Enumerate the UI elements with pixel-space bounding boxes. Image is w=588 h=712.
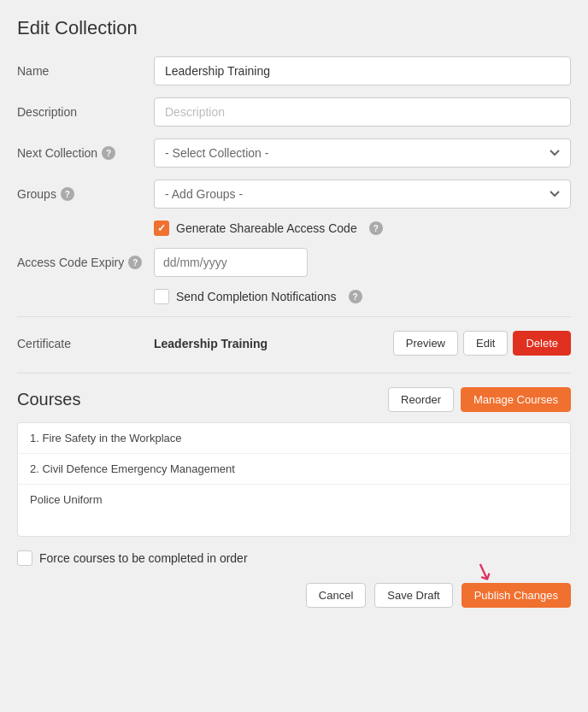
courses-list: 1. Fire Safety in the Workplace 2. Civil… bbox=[17, 422, 571, 537]
next-collection-label: Next Collection ? bbox=[17, 146, 154, 160]
groups-help-icon[interactable]: ? bbox=[61, 187, 74, 201]
groups-select[interactable]: - Add Groups - bbox=[154, 179, 571, 209]
course-item: 1. Fire Safety in the Workplace bbox=[18, 423, 570, 454]
access-code-help-icon[interactable]: ? bbox=[369, 221, 383, 235]
groups-row: Groups ? - Add Groups - bbox=[17, 179, 571, 209]
generate-access-code-row: Generate Shareable Access Code ? bbox=[17, 221, 571, 236]
name-label: Name bbox=[17, 64, 154, 78]
preview-button[interactable]: Preview bbox=[393, 331, 458, 356]
certificate-label: Certificate bbox=[17, 337, 154, 350]
course-item: Police Uniform bbox=[18, 485, 570, 536]
reorder-button[interactable]: Reorder bbox=[388, 387, 454, 412]
send-completion-row: Send Completion Notifications ? bbox=[17, 289, 571, 304]
access-code-expiry-label: Access Code Expiry ? bbox=[17, 256, 154, 269]
expiry-help-icon[interactable]: ? bbox=[128, 256, 142, 269]
edit-button[interactable]: Edit bbox=[463, 331, 508, 356]
next-collection-select[interactable]: - Select Collection - bbox=[154, 138, 571, 168]
generate-access-code-label: Generate Shareable Access Code bbox=[176, 221, 357, 235]
next-collection-help-icon[interactable]: ? bbox=[102, 146, 115, 160]
name-row: Name bbox=[17, 56, 571, 85]
publish-changes-button[interactable]: Publish Changes bbox=[462, 583, 571, 608]
divider-2 bbox=[17, 373, 571, 374]
groups-label: Groups ? bbox=[17, 187, 154, 201]
save-draft-button[interactable]: Save Draft bbox=[374, 583, 452, 608]
force-order-checkbox[interactable] bbox=[17, 550, 32, 566]
access-code-expiry-row: Access Code Expiry ? 🗓 bbox=[17, 248, 571, 277]
description-input[interactable] bbox=[154, 97, 571, 127]
delete-button[interactable]: Delete bbox=[513, 331, 571, 356]
description-row: Description bbox=[17, 97, 571, 127]
certificate-row: Certificate Leadership Training Preview … bbox=[17, 331, 571, 356]
divider-1 bbox=[17, 316, 571, 317]
courses-section-actions: Reorder Manage Courses bbox=[388, 387, 571, 412]
send-completion-label: Send Completion Notifications bbox=[176, 290, 337, 303]
courses-section-title: Courses bbox=[17, 390, 80, 409]
footer-buttons: ↘ Cancel Save Draft Publish Changes bbox=[17, 583, 571, 608]
date-input[interactable] bbox=[155, 249, 308, 276]
page-title: Edit Collection bbox=[17, 17, 571, 39]
description-label: Description bbox=[17, 105, 154, 119]
generate-access-code-checkbox[interactable] bbox=[154, 221, 169, 236]
cancel-button[interactable]: Cancel bbox=[306, 583, 366, 608]
certificate-name: Leadership Training bbox=[154, 337, 393, 350]
date-input-wrapper: 🗓 bbox=[154, 248, 308, 277]
completion-help-icon[interactable]: ? bbox=[349, 290, 362, 303]
manage-courses-button[interactable]: Manage Courses bbox=[461, 387, 571, 412]
force-order-label: Force courses to be completed in order bbox=[39, 551, 248, 565]
name-input[interactable] bbox=[154, 56, 571, 85]
next-collection-row: Next Collection ? - Select Collection - bbox=[17, 138, 571, 168]
certificate-buttons: Preview Edit Delete bbox=[393, 331, 571, 356]
courses-section-header: Courses Reorder Manage Courses bbox=[17, 387, 571, 412]
course-item: 2. Civil Defence Emergency Management bbox=[18, 454, 570, 485]
send-completion-checkbox[interactable] bbox=[154, 289, 169, 304]
